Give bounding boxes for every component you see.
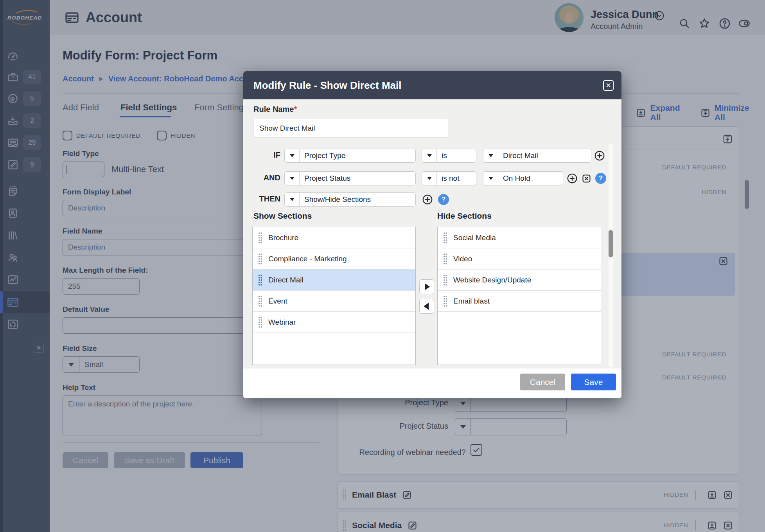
app-root: ROBOHEAD 41 5 2 29 9 (0, 0, 765, 532)
list-item[interactable]: Compliance - Marketing (253, 248, 415, 270)
connector-label: AND (250, 173, 280, 182)
chevron-down-icon (285, 172, 300, 185)
arrow-left-icon (424, 303, 429, 310)
modify-rule-dialog: Modify Rule - Show Direct Mail ✕ Rule Na… (243, 71, 621, 398)
chevron-down-icon (483, 149, 498, 162)
dialog-footer: Cancel Save (243, 368, 621, 398)
condition-field-select[interactable]: Project Status (284, 171, 416, 185)
move-left-button[interactable] (419, 299, 434, 314)
show-sections-label: Show Sections (253, 211, 312, 221)
help-icon[interactable]: ? (438, 194, 449, 205)
condition-field-select[interactable]: Project Type (284, 149, 416, 163)
drag-handle-icon[interactable] (258, 232, 262, 244)
chevron-down-icon (285, 149, 300, 162)
drag-handle-icon[interactable] (258, 253, 262, 265)
list-item[interactable]: Email blast (438, 291, 601, 312)
dialog-cancel-button[interactable]: Cancel (520, 374, 565, 390)
dialog-title: Modify Rule - Show Direct Mail (253, 71, 401, 99)
condition-operator-select[interactable]: is (422, 149, 476, 163)
arrow-right-icon (425, 283, 430, 290)
list-item[interactable]: Event (253, 291, 415, 312)
modal-scrollbar-track[interactable] (609, 144, 613, 367)
connector-label: THEN (250, 194, 280, 203)
condition-row-if: IF Project Type is Direct Mail (243, 149, 621, 163)
dialog-save-button[interactable]: Save (571, 374, 616, 390)
show-sections-list: Brochure Compliance - Marketing Direct M… (252, 227, 416, 365)
close-icon[interactable]: ✕ (603, 80, 614, 91)
list-item[interactable]: Social Media (438, 227, 601, 248)
hide-sections-label: Hide Sections (437, 211, 492, 221)
chevron-down-icon (285, 193, 300, 206)
required-asterisk: * (294, 105, 297, 113)
help-icon[interactable]: ? (595, 173, 606, 184)
chevron-down-icon (483, 172, 498, 185)
action-select[interactable]: Show/Hide Sections (284, 192, 416, 207)
connector-label: IF (250, 151, 280, 160)
modal-scrollbar-thumb[interactable] (609, 230, 613, 257)
move-right-button[interactable] (419, 279, 434, 294)
list-item[interactable]: Website Design/Update (438, 270, 601, 291)
add-action-icon[interactable] (422, 194, 433, 205)
drag-handle-icon[interactable] (258, 274, 262, 286)
list-item[interactable]: Webinar (253, 312, 415, 333)
condition-value-select[interactable]: Direct Mail (483, 149, 591, 163)
dialog-header: Modify Rule - Show Direct Mail ✕ (243, 71, 621, 99)
drag-handle-icon[interactable] (443, 274, 447, 286)
drag-handle-icon[interactable] (443, 253, 447, 265)
rule-name-label: Rule Name* (253, 105, 297, 114)
drag-handle-icon[interactable] (258, 316, 262, 328)
action-row-then: THEN Show/Hide Sections ? (243, 192, 621, 207)
condition-operator-select[interactable]: is not (422, 171, 476, 185)
drag-handle-icon[interactable] (258, 295, 262, 307)
drag-handle-icon[interactable] (443, 295, 447, 307)
rule-name-input[interactable]: Show Direct Mail (253, 119, 448, 138)
hide-sections-list: Social Media Video Website Design/Update… (437, 227, 601, 365)
list-item[interactable]: Video (438, 248, 601, 270)
condition-value-select[interactable]: On Hold (483, 171, 563, 185)
chevron-down-icon (422, 172, 437, 185)
add-condition-icon[interactable] (566, 173, 578, 184)
condition-row-and: AND Project Status is not On Hold ? (243, 171, 621, 185)
list-item-selected[interactable]: Direct Mail (253, 270, 415, 291)
remove-condition-icon[interactable] (581, 173, 592, 184)
chevron-down-icon (422, 149, 437, 162)
drag-handle-icon[interactable] (443, 232, 447, 244)
add-condition-icon[interactable] (594, 150, 605, 162)
list-item[interactable]: Brochure (253, 227, 415, 248)
